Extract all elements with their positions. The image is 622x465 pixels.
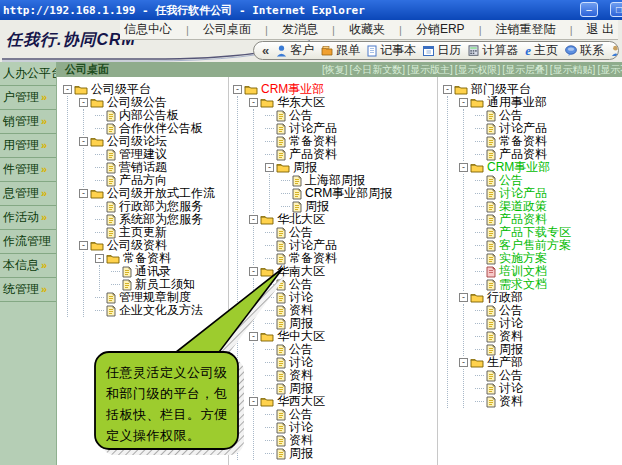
tree-doc-row[interactable]: 讨论 [265,421,392,434]
back-button[interactable]: « [262,46,269,56]
home-button[interactable]: e主页 [525,42,558,59]
tree-doc-row[interactable]: 资料 [265,304,392,317]
collapse-icon[interactable]: - [459,98,468,107]
collapse-icon[interactable]: - [79,98,88,107]
collapse-icon[interactable]: - [249,98,258,107]
sidebar-item-marketing-mgmt[interactable]: 销管理» [0,110,56,134]
calculator-button[interactable]: 计算器 [468,42,518,59]
tree-folder-row[interactable]: -华东大区 [249,96,392,109]
tree-children: 公告讨论资料周报 [253,408,392,460]
tree-doc-row[interactable]: 公告 [475,304,571,317]
tree-node-label: 企业文化及方法 [119,302,203,319]
menu-item-send-message[interactable]: 发消息 [278,21,322,38]
collapse-icon[interactable]: - [79,189,88,198]
tree-connector [265,128,274,129]
tree-doc-row[interactable]: 讨论 [265,291,392,304]
link-show-not-allowed[interactable]: [显示不允许 [597,63,622,77]
tree-doc-row[interactable]: 产品资料 [265,148,392,161]
sidebar-item-workflow-mgmt[interactable]: 作流管理 [0,230,56,254]
menu-item-company-desktop[interactable]: 公司桌面 [199,21,255,38]
sidebar-item-file-mgmt[interactable]: 件管理» [0,158,56,182]
contact-button[interactable]: 联系 [565,42,604,59]
tree-folder-row[interactable]: -华中大区 [249,330,392,343]
doc-icon [276,110,286,122]
folder-icon [470,292,484,303]
minimize-button[interactable]: – [580,2,598,17]
collapse-icon[interactable]: - [95,254,104,263]
tree-doc-row[interactable]: 公告 [265,278,392,291]
collapse-icon[interactable]: - [249,332,258,341]
collapse-icon[interactable]: - [459,163,468,172]
doc-icon [486,396,496,408]
sidebar-item-system-mgmt[interactable]: 统管理» [0,278,56,302]
tree-doc-row[interactable]: 资料 [475,330,571,343]
menu-item-info-center[interactable]: 信息中心 [120,21,176,38]
tree-connector [475,310,484,311]
collapse-icon[interactable]: - [249,397,258,406]
yellow-arrow-icon: » [41,139,47,151]
menu-item-relogin[interactable]: 注销重登陆 [492,21,560,38]
menu-item-distribution-erp[interactable]: 分销ERP [412,21,469,38]
sidebar-item-office-platform[interactable]: 人办公平台» [0,62,56,86]
sidebar-item-customer-mgmt[interactable]: 户管理» [0,86,56,110]
collapse-icon[interactable]: - [79,137,88,146]
link-today-new-posts[interactable]: [今日新文数] [350,63,406,77]
tree-doc-row[interactable]: 企业文化及方法 [95,304,215,317]
folder-icon [470,357,484,368]
tree-folder-row[interactable]: -华南大区 [249,265,392,278]
folder-icon [470,162,484,173]
tree-node: -常备资料通讯录新员工须知 [95,252,215,291]
tree-doc-row[interactable]: 公告 [265,343,392,356]
tree-doc-row[interactable]: 讨论 [265,356,392,369]
link-restore[interactable]: [恢复] [322,63,348,77]
doc-icon [486,188,496,200]
collapse-icon[interactable]: - [249,267,258,276]
link-show-cascade[interactable]: [显示层叠] [502,63,548,77]
calendar-button[interactable]: 日历 [423,42,461,59]
tree-doc-row[interactable]: 资料 [265,369,392,382]
sidebar-item-info-mgmt[interactable]: 息管理» [0,182,56,206]
sidebar-item-collab-activity[interactable]: 作活动» [0,206,56,230]
tree-children: 管理建议营销话题产品方向 [83,148,215,187]
menu-item-exit[interactable]: 退 出 [583,21,618,38]
sidebar-item-label: 人办公平台 [3,66,56,80]
collapse-icon[interactable]: - [459,358,468,367]
collapse-icon[interactable]: - [63,85,72,94]
sidebar-item-basic-info[interactable]: 本信息» [0,254,56,278]
maximize-button[interactable]: □ [610,2,622,17]
tree-doc-row[interactable]: 讨论 [475,317,571,330]
folder-icon [90,136,104,147]
tree-doc-row[interactable]: CRM事业部周报 [281,187,392,200]
collapse-icon[interactable]: - [249,215,258,224]
doc-icon [106,305,116,317]
collapse-icon[interactable]: - [265,163,274,172]
tree-doc-row[interactable]: 公告 [265,408,392,421]
tree-doc-row[interactable]: 资料 [265,434,392,447]
tree-node: -公司级开放式工作流行政部为您服务系统部为您服务主页更新 [79,187,215,239]
tree-children: 公告讨论产品常备资料产品资料-周报上海部周报CRM事业部周报周报 [253,109,392,213]
tree-doc-row[interactable]: 周报 [265,447,392,460]
link-show-moderator[interactable]: [显示版主] [407,63,453,77]
collapse-icon[interactable]: - [443,85,452,94]
tree-doc-row[interactable]: 讨论 [475,382,571,395]
tree-doc-row[interactable]: 公告 [475,369,571,382]
tree-connector [95,167,104,168]
collapse-icon[interactable]: - [233,85,242,94]
online-users[interactable]: 在线人数: [611,42,619,59]
tree-folder-row[interactable]: -华北大区 [249,213,392,226]
tree-node: -周报上海部周报CRM事业部周报周报 [265,161,392,213]
notepad-button[interactable]: 记事本 [367,42,416,59]
link-show-elite[interactable]: [显示精贴] [550,63,596,77]
tree-doc-row[interactable]: 资料 [475,395,571,408]
tree-node: CRM事业部周报 [281,187,392,200]
sidebar-item-app-mgmt[interactable]: 用管理» [0,134,56,158]
order-button[interactable]: 跟单 [321,42,360,59]
tree-folder-row[interactable]: -华西大区 [249,395,392,408]
department-platform-tree: -部门级平台-通用事业部公告讨论产品常备资料产品资料-CRM事业部公告讨论产品渠… [443,83,571,408]
collapse-icon[interactable]: - [459,293,468,302]
link-show-permission[interactable]: [显示权限] [455,63,501,77]
menu-item-favorites[interactable]: 收藏夹 [345,21,389,38]
customer-button[interactable]: 客户 [276,42,314,59]
tree-connector [265,115,274,116]
collapse-icon[interactable]: - [79,241,88,250]
